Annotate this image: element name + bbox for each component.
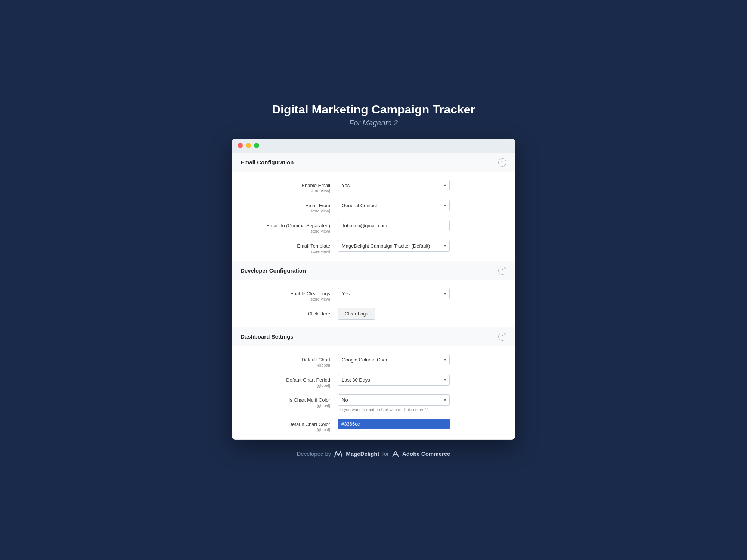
- default-chart-label: Default Chart: [241, 357, 330, 363]
- email-to-label-wrap: Email To (Comma Separated) [store view]: [241, 220, 338, 233]
- default-chart-control: Google Column Chart Google Bar Chart Goo…: [338, 354, 506, 365]
- minimize-button[interactable]: [246, 143, 251, 148]
- default-chart-period-scope: [global]: [241, 383, 330, 388]
- default-chart-color-scope: [global]: [241, 427, 330, 432]
- chart-multi-color-select[interactable]: No Yes: [338, 394, 450, 406]
- dashboard-settings-collapse-icon[interactable]: ⌃: [498, 333, 506, 341]
- collapse-chevron-icon: ⌃: [500, 268, 504, 273]
- email-from-control: General Contact Sales Representative Cus…: [338, 200, 506, 211]
- default-chart-scope: [global]: [241, 363, 330, 367]
- default-chart-select[interactable]: Google Column Chart Google Bar Chart Goo…: [338, 354, 450, 365]
- default-chart-period-label-wrap: Default Chart Period [global]: [241, 374, 338, 388]
- footer-for-text: for: [382, 451, 389, 457]
- default-chart-color-label-wrap: Default Chart Color [global]: [241, 419, 338, 432]
- adobe-commerce-logo: [392, 450, 399, 458]
- email-to-scope: [store view]: [241, 229, 330, 233]
- page-header: Digital Marketing Campaign Tracker For M…: [272, 103, 475, 127]
- developer-config-section: Developer Configuration ⌃ Enable Clear L…: [232, 261, 515, 327]
- click-here-label-wrap: Click Here: [241, 308, 338, 317]
- email-template-control: MageDelight Campaign Tracker (Default) ▾: [338, 240, 506, 252]
- email-to-label: Email To (Comma Separated): [241, 223, 330, 228]
- chart-multi-color-control: No Yes ▾ Do you want to render chart wit…: [338, 394, 506, 412]
- developer-config-title: Developer Configuration: [241, 267, 306, 274]
- email-from-select-wrapper: General Contact Sales Representative Cus…: [338, 200, 450, 211]
- chart-multi-color-hint: Do you want to render chart with multipl…: [338, 407, 506, 412]
- email-from-row: Email From [store view] General Contact …: [241, 200, 506, 213]
- clear-logs-button[interactable]: Clear Logs: [338, 308, 375, 320]
- default-chart-color-label: Default Chart Color: [241, 421, 330, 427]
- dashboard-settings-section: Dashboard Settings ⌃ Default Chart [glob…: [232, 327, 515, 440]
- enable-email-scope: [store view]: [241, 189, 330, 193]
- page-title: Digital Marketing Campaign Tracker: [272, 103, 475, 116]
- dashboard-settings-body: Default Chart [global] Google Column Cha…: [232, 346, 515, 439]
- enable-clear-logs-label-wrap: Enable Clear Logs [store view]: [241, 288, 338, 301]
- default-chart-select-wrapper: Google Column Chart Google Bar Chart Goo…: [338, 354, 450, 365]
- adobe-commerce-brand: Adobe Commerce: [402, 451, 450, 457]
- default-chart-period-control: Last 30 Days Last 7 Days Last Year ▾: [338, 374, 506, 386]
- enable-clear-logs-scope: [store view]: [241, 297, 330, 301]
- magedelight-logo-icon: [334, 450, 343, 458]
- enable-clear-logs-select-wrapper: Yes No ▾: [338, 288, 450, 299]
- window-titlebar: [232, 139, 515, 153]
- enable-email-control: Yes No ▾: [338, 180, 506, 191]
- default-chart-color-row: Default Chart Color [global] #3366cc: [241, 419, 506, 432]
- email-to-input[interactable]: [338, 220, 450, 231]
- email-from-scope: [store view]: [241, 209, 330, 213]
- default-chart-color-display[interactable]: #3366cc: [338, 419, 450, 429]
- main-window: Email Configuration ⌃ Enable Email [stor…: [232, 139, 515, 440]
- email-to-control: [338, 220, 506, 231]
- email-from-label-wrap: Email From [store view]: [241, 200, 338, 213]
- dashboard-settings-title: Dashboard Settings: [241, 333, 294, 340]
- email-template-select-wrapper: MageDelight Campaign Tracker (Default) ▾: [338, 240, 450, 252]
- collapse-chevron-icon: ⌃: [500, 334, 504, 339]
- enable-clear-logs-label: Enable Clear Logs: [241, 291, 330, 296]
- developer-config-collapse-icon[interactable]: ⌃: [498, 267, 506, 275]
- maximize-button[interactable]: [254, 143, 259, 148]
- email-config-title: Email Configuration: [241, 159, 294, 165]
- email-template-label: Email Template: [241, 243, 330, 249]
- email-config-body: Enable Email [store view] Yes No ▾: [232, 172, 515, 261]
- email-to-row: Email To (Comma Separated) [store view]: [241, 220, 506, 233]
- enable-email-select-wrapper: Yes No ▾: [338, 180, 450, 191]
- window-content: Email Configuration ⌃ Enable Email [stor…: [232, 153, 515, 440]
- chart-multi-color-row: Is Chart Multi Color [global] No Yes ▾ D…: [241, 394, 506, 412]
- enable-email-row: Enable Email [store view] Yes No ▾: [241, 180, 506, 193]
- page-subtitle: For Magento 2: [272, 119, 475, 127]
- default-chart-period-label: Default Chart Period: [241, 377, 330, 383]
- adobe-logo-icon: [392, 450, 399, 458]
- dashboard-settings-header: Dashboard Settings ⌃: [232, 327, 515, 346]
- enable-clear-logs-select[interactable]: Yes No: [338, 288, 450, 299]
- email-from-select[interactable]: General Contact Sales Representative Cus…: [338, 200, 450, 211]
- default-chart-period-select[interactable]: Last 30 Days Last 7 Days Last Year: [338, 374, 450, 386]
- enable-email-label-wrap: Enable Email [store view]: [241, 180, 338, 193]
- email-template-select[interactable]: MageDelight Campaign Tracker (Default): [338, 240, 450, 252]
- enable-clear-logs-control: Yes No ▾: [338, 288, 506, 299]
- page-footer: Developed by MageDelight for Adobe Comme…: [297, 450, 450, 458]
- email-template-label-wrap: Email Template [store view]: [241, 240, 338, 253]
- enable-clear-logs-row: Enable Clear Logs [store view] Yes No ▾: [241, 288, 506, 301]
- chart-multi-color-select-wrapper: No Yes ▾: [338, 394, 450, 406]
- footer-developed-by: Developed by: [297, 451, 331, 457]
- email-config-collapse-icon[interactable]: ⌃: [498, 158, 506, 167]
- clear-logs-row: Click Here Clear Logs: [241, 308, 506, 320]
- default-chart-label-wrap: Default Chart [global]: [241, 354, 338, 367]
- close-button[interactable]: [238, 143, 243, 148]
- developer-config-header: Developer Configuration ⌃: [232, 261, 515, 280]
- email-config-header: Email Configuration ⌃: [232, 153, 515, 172]
- collapse-chevron-icon: ⌃: [500, 160, 504, 165]
- default-chart-period-select-wrapper: Last 30 Days Last 7 Days Last Year ▾: [338, 374, 450, 386]
- email-config-section: Email Configuration ⌃ Enable Email [stor…: [232, 153, 515, 261]
- enable-email-select[interactable]: Yes No: [338, 180, 450, 191]
- magedelight-brand: MageDelight: [346, 451, 379, 457]
- email-template-row: Email Template [store view] MageDelight …: [241, 240, 506, 253]
- magedelight-logo: [334, 450, 343, 458]
- default-chart-row: Default Chart [global] Google Column Cha…: [241, 354, 506, 367]
- default-chart-period-row: Default Chart Period [global] Last 30 Da…: [241, 374, 506, 388]
- email-template-scope: [store view]: [241, 249, 330, 253]
- chart-multi-color-scope: [global]: [241, 403, 330, 408]
- click-here-label: Click Here: [241, 311, 330, 317]
- email-from-label: Email From: [241, 203, 330, 208]
- chart-multi-color-label-wrap: Is Chart Multi Color [global]: [241, 394, 338, 408]
- chart-multi-color-label: Is Chart Multi Color: [241, 397, 330, 403]
- developer-config-body: Enable Clear Logs [store view] Yes No ▾: [232, 280, 515, 327]
